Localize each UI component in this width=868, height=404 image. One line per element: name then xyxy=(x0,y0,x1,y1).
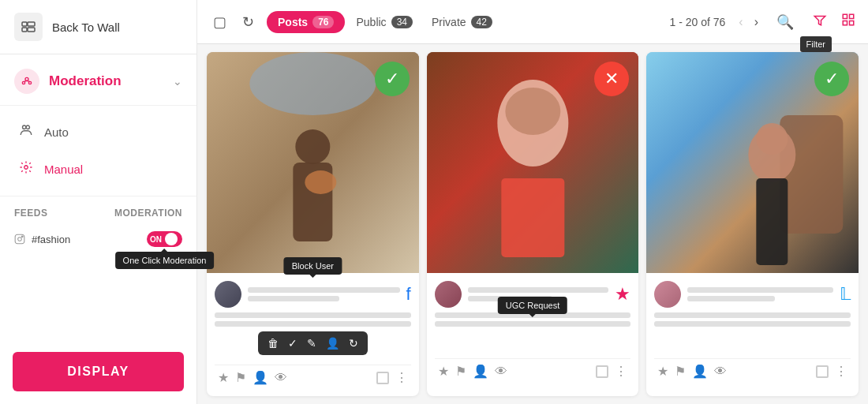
bookmark-icon-1[interactable]: ⚑ xyxy=(235,370,246,385)
toggle-on-label: ON xyxy=(150,235,162,244)
instagram-icon: ★ xyxy=(615,284,630,305)
moderation-left: Moderation xyxy=(14,69,122,94)
one-click-moderation-tooltip: One Click Moderation xyxy=(115,252,215,269)
grid-view-button[interactable] xyxy=(841,13,855,31)
text-line xyxy=(687,296,775,301)
svg-point-10 xyxy=(26,125,30,129)
right-actions-2: ⋮ xyxy=(596,364,627,379)
svg-point-13 xyxy=(18,238,22,241)
text-line xyxy=(687,287,833,293)
user-tag-icon-3[interactable]: 👤 xyxy=(692,364,708,379)
private-tab-label: Private xyxy=(432,16,466,28)
back-to-wall-btn[interactable]: Back To Wall xyxy=(0,0,196,54)
one-click-toggle[interactable]: ON xyxy=(147,231,182,247)
refresh-post-button[interactable]: ↻ xyxy=(346,335,361,351)
feeds-header: Feeds Moderation xyxy=(14,208,182,219)
post-footer-2: ★ UGC Request ★ ⚑ 👤 👁 xyxy=(427,273,639,385)
approve-button[interactable]: ✓ xyxy=(285,335,301,351)
svg-rect-19 xyxy=(850,21,854,25)
refresh-icon[interactable]: ↻ xyxy=(239,10,257,34)
twitter-icon: 𝕃 xyxy=(840,284,851,305)
svg-rect-30 xyxy=(780,115,844,234)
moderation-label: Moderation xyxy=(49,73,122,89)
block-user-tooltip: Block User xyxy=(284,257,342,275)
eye-icon-1[interactable]: 👁 xyxy=(275,371,287,385)
post-text-body-1 xyxy=(215,312,411,327)
tab-posts[interactable]: Posts 76 xyxy=(267,11,345,33)
post-meta-1: f Block User xyxy=(215,281,411,308)
star-icon-3[interactable]: ★ xyxy=(657,364,668,379)
post-card-2: ✕ ★ UGC Request xyxy=(427,52,639,396)
eye-icon-3[interactable]: 👁 xyxy=(714,365,727,379)
ugc-request-tooltip: UGC Request xyxy=(498,297,567,314)
sidebar: Back To Wall Moderation ⌄ xyxy=(0,0,197,404)
more-options-3[interactable]: ⋮ xyxy=(835,364,847,379)
svg-rect-1 xyxy=(28,22,35,26)
text-line xyxy=(654,312,851,318)
star-actions-2: ★ ⚑ 👤 👁 xyxy=(438,364,507,379)
star-icon-2[interactable]: ★ xyxy=(438,364,449,379)
sidebar-item-auto-label: Auto xyxy=(44,125,69,139)
star-icon-1[interactable]: ★ xyxy=(218,370,229,385)
select-checkbox-1[interactable] xyxy=(376,372,389,384)
svg-line-8 xyxy=(27,80,30,81)
post-actions-row-3: ★ ⚑ 👤 👁 ⋮ xyxy=(654,358,851,385)
svg-point-14 xyxy=(21,236,23,238)
pagination-info: 1 - 20 of 76 xyxy=(670,16,726,28)
edit-button[interactable]: ✎ xyxy=(304,335,320,351)
public-count-badge: 34 xyxy=(391,16,413,28)
post-text-lines-1 xyxy=(248,287,400,301)
post-footer-1: f Block User 🗑 ✓ ✎ 👤 ↻ xyxy=(207,273,419,391)
text-line xyxy=(215,312,411,318)
pagination-buttons: ‹ › xyxy=(735,13,762,31)
filter-tooltip: Filter xyxy=(800,36,832,52)
user-button[interactable]: 👤 xyxy=(323,335,342,351)
tab-private[interactable]: Private 42 xyxy=(424,11,500,33)
avatar-2 xyxy=(435,281,462,308)
approved-badge-1[interactable]: ✓ xyxy=(375,62,410,96)
posts-grid: ✓ f Block User 🗑 xyxy=(197,44,868,404)
feeds-section: Feeds Moderation #fashion ON One Click M… xyxy=(0,196,196,263)
top-bar-right: 1 - 20 of 76 ‹ › 🔍 Filter xyxy=(670,9,855,34)
text-line xyxy=(248,287,400,293)
user-tag-icon-2[interactable]: 👤 xyxy=(473,364,488,379)
moderation-section[interactable]: Moderation ⌄ xyxy=(0,54,196,106)
sidebar-item-auto[interactable]: Auto xyxy=(0,114,196,151)
posts-tab-label: Posts xyxy=(278,16,308,28)
select-all-icon[interactable]: ▢ xyxy=(210,10,230,34)
select-checkbox-3[interactable] xyxy=(816,365,829,378)
delete-button[interactable]: 🗑 xyxy=(264,335,282,351)
prev-page-button[interactable]: ‹ xyxy=(735,13,746,31)
feed-name: #fashion xyxy=(14,234,70,245)
tab-group: Posts 76 Public 34 Private 42 xyxy=(267,11,500,33)
text-line xyxy=(468,287,609,293)
post-actions-row-2: ★ ⚑ 👤 👁 ⋮ xyxy=(435,358,631,385)
svg-rect-18 xyxy=(843,21,847,25)
svg-rect-32 xyxy=(757,178,788,265)
svg-rect-16 xyxy=(843,14,847,18)
posts-count-badge: 76 xyxy=(312,16,334,28)
svg-rect-2 xyxy=(22,28,27,32)
approved-badge-3[interactable]: ✓ xyxy=(814,62,849,96)
bookmark-icon-3[interactable]: ⚑ xyxy=(675,364,686,379)
more-options-2[interactable]: ⋮ xyxy=(615,364,627,379)
select-checkbox-2[interactable] xyxy=(596,365,608,378)
search-button[interactable]: 🔍 xyxy=(772,10,799,34)
sidebar-item-manual[interactable]: Manual xyxy=(0,151,196,188)
filter-button[interactable]: Filter xyxy=(808,9,832,34)
display-button[interactable]: DISPLAY xyxy=(13,352,184,391)
toggle-dot xyxy=(165,233,178,245)
next-page-button[interactable]: › xyxy=(750,13,762,31)
facebook-icon: f xyxy=(406,284,411,305)
more-options-1[interactable]: ⋮ xyxy=(395,370,408,385)
bookmark-icon-2[interactable]: ⚑ xyxy=(455,364,466,379)
user-tag-icon-1[interactable]: 👤 xyxy=(253,370,268,385)
eye-icon-2[interactable]: 👁 xyxy=(495,365,507,379)
star-actions-3: ★ ⚑ 👤 👁 xyxy=(657,364,727,379)
tab-public[interactable]: Public 34 xyxy=(348,11,421,33)
post-image-3: ✓ xyxy=(646,52,859,273)
main-content: ▢ ↻ Posts 76 Public 34 Private 42 1 - 20… xyxy=(197,0,868,404)
post-image-2: ✕ xyxy=(427,52,639,273)
star-actions-1: ★ ⚑ 👤 👁 xyxy=(218,370,287,385)
post-footer-3: 𝕃 ★ ⚑ 👤 👁 ⋮ xyxy=(646,273,859,385)
